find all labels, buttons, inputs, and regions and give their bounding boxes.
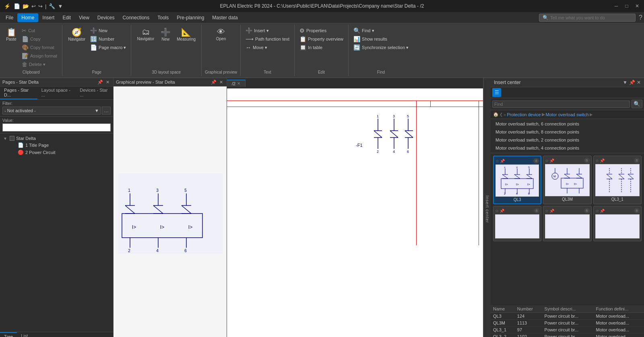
menu-edit[interactable]: Edit — [58, 13, 75, 22]
tab-tree[interactable]: Tree — [0, 332, 17, 337]
insert-search-input[interactable] — [492, 101, 630, 108]
paste-button[interactable]: 📋 Paste — [3, 27, 19, 42]
tab-close-icon[interactable]: ✕ — [237, 81, 240, 86]
close-button[interactable]: ✕ — [634, 2, 641, 10]
thumbnail-ql3m[interactable]: ☆ 📌 8 M — [543, 156, 591, 204]
breadcrumb-home-icon[interactable]: 🏠 — [493, 112, 499, 117]
copy-button[interactable]: 📄 Copy — [20, 35, 59, 43]
table-row[interactable]: QL3M 1113 Power circuit br... Motor over… — [491, 320, 644, 327]
svg-text:I>: I> — [132, 224, 136, 230]
breadcrumb-back-icon[interactable]: ❮ — [500, 112, 503, 117]
open-button[interactable]: 👁 Open — [213, 27, 229, 42]
thumb-label-1: QL3M — [562, 197, 573, 201]
table-row[interactable]: QL3_2 1102 Power circuit br... Motor ove… — [491, 333, 644, 337]
insert-search-button[interactable]: 🔍 — [632, 100, 642, 108]
breadcrumb-item-1[interactable]: Protection device — [507, 112, 541, 117]
canvas-inner[interactable]: -F1 1 3 5 — [227, 88, 483, 337]
list-item-3[interactable]: Motor overload switch, 4 connection poin… — [491, 144, 644, 152]
canvas-tab-2[interactable]: /2 ✕ — [227, 80, 246, 87]
star-icon-0: ☆ — [495, 159, 499, 163]
property-overview-button[interactable]: 📋 Property overview — [298, 35, 345, 43]
insert-close-icon[interactable]: ✕ — [637, 80, 641, 85]
close-panel-button[interactable]: ✕ — [104, 79, 111, 85]
thumbnail-5[interactable]: ☆ 📌 8 — [543, 206, 591, 241]
preview-svg: 1 3 5 I> I> I> — [118, 173, 223, 254]
menu-insert[interactable]: Insert — [38, 13, 58, 22]
tab-pages[interactable]: Pages - Star D... — [0, 86, 37, 99]
navigator-page-button[interactable]: 🧭 Navigator — [66, 27, 88, 42]
thumbnail-ql3-1[interactable]: ☆ 📌 8 — [593, 156, 642, 204]
list-item-1[interactable]: Motor overload switch, 8 connection poin… — [491, 128, 644, 136]
cut-button[interactable]: ✂ Cut — [20, 27, 59, 35]
insert-view-icon[interactable]: ☰ — [492, 88, 501, 97]
svg-text:I>: I> — [527, 183, 530, 186]
tell-me-box[interactable]: 🔍 — [539, 14, 636, 22]
menu-preplanning[interactable]: Pre-planning — [173, 13, 208, 22]
thumbnail-ql3[interactable]: ☆ 📌 8 1 — [493, 156, 541, 204]
thumbnail-6[interactable]: ☆ 📌 8 — [593, 206, 642, 241]
menu-master-data[interactable]: Master data — [208, 13, 242, 22]
tree-checkbox[interactable] — [10, 136, 14, 141]
menu-tools[interactable]: Tools — [153, 13, 173, 22]
preview-pin[interactable]: 📌 — [211, 79, 217, 85]
breadcrumb-forward-icon[interactable]: ▶ — [590, 112, 593, 117]
tell-me-input[interactable] — [550, 15, 632, 20]
cell-func-0: Motor overload... — [594, 313, 644, 320]
find-button[interactable]: 🔍 Find ▾ — [352, 27, 410, 35]
menu-view[interactable]: View — [75, 13, 93, 22]
tree-item-title-page[interactable]: 📄 1 Title Page — [2, 142, 111, 149]
ribbon-group-clipboard: 📋 Paste ✂ Cut 📄 Copy 🎨 Copy format — [0, 25, 62, 76]
open-icon[interactable]: 📂 — [22, 2, 30, 10]
tree-item-label: 1 Title Page — [25, 143, 49, 148]
navigator-3d-button[interactable]: 🗂 Navigator — [134, 27, 157, 42]
minimize-button[interactable]: ─ — [613, 2, 620, 10]
delete-button[interactable]: 🗑 Delete ▾ — [20, 60, 59, 68]
menu-file[interactable]: File — [2, 13, 17, 22]
breadcrumb-item-2[interactable]: Motor overload switch — [546, 112, 589, 117]
new-3d-button[interactable]: ➕ New — [157, 27, 173, 42]
new-icon[interactable]: 📄 — [13, 2, 21, 10]
tab-layout[interactable]: Layout space - ... — [37, 86, 76, 99]
help-icon[interactable]: ? — [639, 14, 642, 21]
thumbnail-4[interactable]: ☆ 📌 8 — [493, 206, 541, 241]
insert-pin-icon[interactable]: 📌 — [629, 80, 635, 85]
redo-icon[interactable]: ↪ — [37, 2, 43, 10]
pin-button[interactable]: 📌 — [97, 79, 103, 85]
value-input[interactable] — [2, 123, 111, 132]
in-table-button[interactable]: 🔲 In table — [298, 43, 345, 51]
menu-devices[interactable]: Devices — [93, 13, 119, 22]
thumb-num-3: 8 — [534, 208, 539, 214]
properties-button[interactable]: ⚙ Properties — [298, 27, 345, 35]
thumb-img-ql3m: M — [545, 164, 589, 196]
new-page-button[interactable]: ➕ New — [89, 27, 128, 35]
list-item-0[interactable]: Motor overload switch, 6 connection poin… — [491, 120, 644, 128]
insert-button[interactable]: ➕ Insert ▾ — [244, 27, 291, 35]
tree-item-star-delta[interactable]: ▼ Star Delta — [2, 135, 111, 142]
menu-connections[interactable]: Connections — [119, 13, 154, 22]
preview-close[interactable]: ✕ — [218, 79, 224, 85]
svg-text:5: 5 — [528, 166, 530, 168]
list-item-2[interactable]: Motor overload switch, 2 connection poin… — [491, 136, 644, 144]
measuring-button[interactable]: 📐 Measuring — [174, 27, 198, 42]
tree-item-power-circuit[interactable]: 🔴 2 Power Circuit — [2, 149, 111, 156]
move-button[interactable]: ↔ Move ▾ — [244, 43, 291, 51]
dropdown-icon[interactable]: ▼ — [57, 2, 64, 10]
table-row[interactable]: QL3 124 Power circuit br... Motor overlo… — [491, 313, 644, 320]
assign-format-button[interactable]: 📝 Assign format — [20, 52, 59, 60]
filter-select[interactable]: - Not activated - ▼ — [2, 107, 101, 115]
settings-icon[interactable]: 🔧 — [48, 2, 56, 10]
undo-icon[interactable]: ↩ — [31, 2, 37, 10]
show-results-button[interactable]: 📊 Show results — [352, 35, 410, 43]
tab-devices[interactable]: Devices - Star ... — [76, 86, 113, 99]
menu-home[interactable]: Home — [17, 13, 38, 22]
table-row[interactable]: QL3_1 97 Power circuit br... Motor overl… — [491, 327, 644, 333]
maximize-button[interactable]: □ — [623, 2, 630, 10]
copy-format-button[interactable]: 🎨 Copy format — [20, 43, 59, 51]
insert-dropdown-icon[interactable]: ▼ — [623, 80, 627, 85]
path-function-button[interactable]: ⟶ Path function text — [244, 35, 291, 43]
page-macro-button[interactable]: 📄 Page macro ▾ — [89, 43, 128, 51]
filter-options-button[interactable]: … — [102, 107, 111, 115]
tab-list[interactable]: List — [17, 332, 32, 337]
number-button[interactable]: 🔢 Number — [89, 35, 128, 43]
sync-selection-button[interactable]: 🔄 Synchronize selection ▾ — [352, 43, 410, 51]
